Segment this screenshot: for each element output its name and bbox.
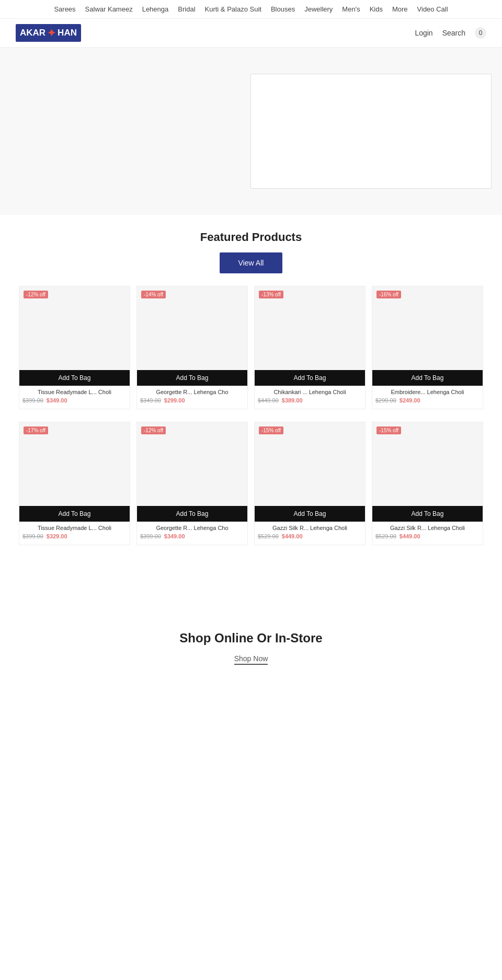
original-price-8: $529.00 (375, 533, 396, 539)
search-link[interactable]: Search (442, 29, 465, 37)
product-info-1: Tissue Readymade L... Choli $399.00 $349… (19, 386, 130, 409)
add-to-bag-button-8[interactable]: Add To Bag (372, 506, 483, 522)
nav-item-salwar[interactable]: Salwar Kameez (85, 5, 133, 13)
cart-count[interactable]: 0 (475, 27, 486, 39)
top-navigation: Sarees Salwar Kameez Lehenga Bridal Kurt… (0, 0, 502, 19)
discount-badge-2: -14% off (141, 291, 166, 298)
nav-item-mens[interactable]: Men's (342, 5, 360, 13)
header-actions: Login Search 0 (415, 27, 486, 39)
product-card-1[interactable]: -12% off Add To Bag Tissue Readymade L..… (19, 286, 130, 409)
product-card-8[interactable]: -15% off Add To Bag Gazzi Silk R... Lehe… (372, 422, 483, 545)
add-to-bag-button-7[interactable]: Add To Bag (255, 506, 365, 522)
view-all-button[interactable]: View All (220, 252, 283, 273)
add-to-bag-button-3[interactable]: Add To Bag (255, 370, 365, 386)
product-image-5 (19, 422, 130, 506)
product-grid-row2: -17% off Add To Bag Tissue Readymade L..… (10, 422, 492, 558)
original-price-7: $529.00 (258, 533, 279, 539)
sale-price-4: $249.00 (400, 397, 420, 403)
price-row-1: $399.00 $349.00 (22, 397, 127, 403)
price-row-8: $529.00 $449.00 (375, 533, 480, 539)
add-to-bag-button-2[interactable]: Add To Bag (137, 370, 247, 386)
original-price-4: $299.00 (375, 397, 396, 403)
price-row-4: $299.00 $249.00 (375, 397, 480, 403)
product-image-7 (255, 422, 365, 506)
nav-item-bridal[interactable]: Bridal (178, 5, 195, 13)
nav-item-jewellery[interactable]: Jewellery (304, 5, 333, 13)
product-image-1 (19, 286, 130, 370)
product-info-5: Tissue Readymade L... Choli $399.00 $329… (19, 522, 130, 545)
logo-text-1: AKAR (20, 28, 45, 38)
discount-badge-3: -13% off (259, 291, 283, 298)
product-name-6: Georgette R... Lehenga Cho (140, 525, 244, 531)
product-info-3: Chikankari ... Lehenga Choli $449.00 $38… (255, 386, 365, 409)
nav-item-videocall[interactable]: Video Call (417, 5, 448, 13)
discount-badge-5: -17% off (24, 426, 48, 434)
nav-item-sarees[interactable]: Sarees (54, 5, 75, 13)
sale-price-1: $349.00 (47, 397, 67, 403)
sale-price-7: $449.00 (282, 533, 303, 539)
featured-section: Featured Products View All -12% off Add … (0, 215, 502, 568)
product-name-4: Embroidere... Lehenga Choli (375, 389, 480, 395)
product-image-8 (372, 422, 483, 506)
product-info-7: Gazzi Silk R... Lehenga Choli $529.00 $4… (255, 522, 365, 545)
shop-section: Shop Online Or In-Store Shop Now (0, 599, 502, 686)
add-to-bag-button-1[interactable]: Add To Bag (19, 370, 130, 386)
original-price-3: $449.00 (258, 397, 279, 403)
add-to-bag-button-5[interactable]: Add To Bag (19, 506, 130, 522)
product-card-7[interactable]: -15% off Add To Bag Gazzi Silk R... Lehe… (254, 422, 366, 545)
product-info-4: Embroidere... Lehenga Choli $299.00 $249… (372, 386, 483, 409)
logo-box: AKAR ✦ HAN (16, 24, 81, 42)
original-price-2: $349.00 (140, 397, 161, 403)
nav-item-more[interactable]: More (392, 5, 408, 13)
product-name-1: Tissue Readymade L... Choli (22, 389, 127, 395)
product-info-2: Georgette R... Lehenga Cho $349.00 $299.… (137, 386, 247, 409)
add-to-bag-button-4[interactable]: Add To Bag (372, 370, 483, 386)
discount-badge-4: -16% off (376, 291, 401, 298)
product-name-7: Gazzi Silk R... Lehenga Choli (258, 525, 362, 531)
sale-price-3: $389.00 (282, 397, 303, 403)
nav-item-kids[interactable]: Kids (370, 5, 383, 13)
product-card-3[interactable]: -13% off Add To Bag Chikankari ... Lehen… (254, 286, 366, 409)
product-card-5[interactable]: -17% off Add To Bag Tissue Readymade L..… (19, 422, 130, 545)
product-card-6[interactable]: -12% off Add To Bag Georgette R... Lehen… (136, 422, 248, 545)
logo-text-2: HAN (58, 28, 77, 38)
logo[interactable]: AKAR ✦ HAN (16, 24, 81, 42)
original-price-6: $399.00 (140, 533, 161, 539)
product-name-3: Chikankari ... Lehenga Choli (258, 389, 362, 395)
sale-price-8: $449.00 (400, 533, 420, 539)
hero-section (0, 48, 502, 215)
price-row-2: $349.00 $299.00 (140, 397, 244, 403)
original-price-1: $399.00 (22, 397, 43, 403)
product-image-2 (137, 286, 247, 370)
price-row-5: $399.00 $329.00 (22, 533, 127, 539)
nav-item-kurti[interactable]: Kurti & Palazo Suit (205, 5, 261, 13)
sale-price-2: $299.00 (164, 397, 185, 403)
sale-price-5: $329.00 (47, 533, 67, 539)
product-info-8: Gazzi Silk R... Lehenga Choli $529.00 $4… (372, 522, 483, 545)
product-card-4[interactable]: -16% off Add To Bag Embroidere... Leheng… (372, 286, 483, 409)
nav-item-blouses[interactable]: Blouses (271, 5, 295, 13)
discount-badge-1: -12% off (24, 291, 48, 298)
discount-badge-6: -12% off (141, 426, 166, 434)
spacer (0, 568, 502, 599)
shop-section-title: Shop Online Or In-Store (10, 631, 492, 645)
product-image-6 (137, 422, 247, 506)
hero-panel (250, 74, 492, 189)
product-info-6: Georgette R... Lehenga Cho $399.00 $349.… (137, 522, 247, 545)
shop-now-button[interactable]: Shop Now (234, 654, 268, 665)
product-image-3 (255, 286, 365, 370)
product-card-2[interactable]: -14% off Add To Bag Georgette R... Lehen… (136, 286, 248, 409)
logo-star-icon: ✦ (47, 27, 56, 39)
site-header: AKAR ✦ HAN Login Search 0 (0, 19, 502, 48)
discount-badge-7: -15% off (259, 426, 283, 434)
nav-item-lehenga[interactable]: Lehenga (142, 5, 169, 13)
login-link[interactable]: Login (415, 29, 432, 37)
add-to-bag-button-6[interactable]: Add To Bag (137, 506, 247, 522)
original-price-5: $399.00 (22, 533, 43, 539)
price-row-7: $529.00 $449.00 (258, 533, 362, 539)
price-row-3: $449.00 $389.00 (258, 397, 362, 403)
product-name-2: Georgette R... Lehenga Cho (140, 389, 244, 395)
discount-badge-8: -15% off (376, 426, 401, 434)
product-name-8: Gazzi Silk R... Lehenga Choli (375, 525, 480, 531)
sale-price-6: $349.00 (164, 533, 185, 539)
